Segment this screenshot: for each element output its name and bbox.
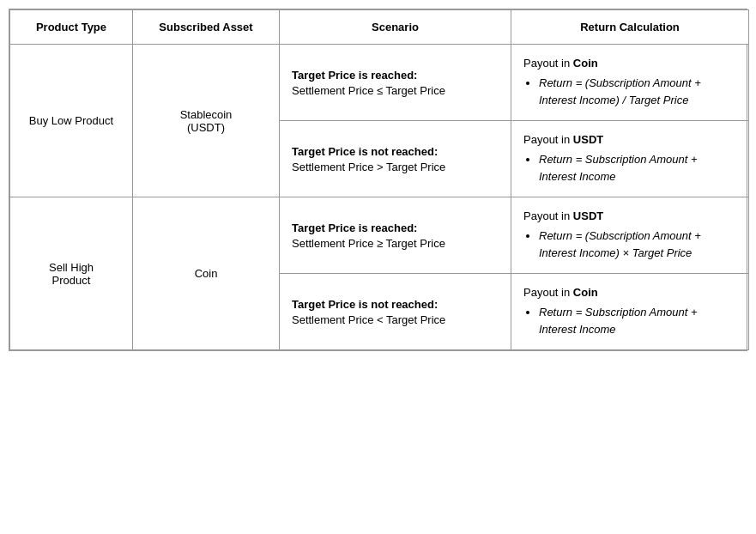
scenario-cell: Target Price is reached:Settlement Price… [280, 197, 511, 274]
return-formula-list: Return = Subscription Amount + Interest … [523, 304, 736, 337]
return-formula-item: Return = (Subscription Amount + Interest… [539, 75, 736, 108]
product-type-cell: Sell High Product [10, 197, 133, 350]
product-table: Product Type Subscribed Asset Scenario R… [9, 9, 747, 351]
payout-value: Coin [573, 57, 598, 70]
scenario-cell: Target Price is not reached:Settlement P… [280, 121, 511, 197]
scenario-cell: Target Price is reached:Settlement Price… [280, 45, 511, 121]
header-product-type: Product Type [10, 10, 133, 45]
header-return-calculation: Return Calculation [511, 10, 749, 45]
header-subscribed-asset: Subscribed Asset [133, 10, 280, 45]
return-formula-item: Return = (Subscription Amount + Interest… [539, 228, 736, 261]
scenario-label: Target Price is reached: [292, 69, 417, 82]
return-calculation-cell: Payout in USDTReturn = Subscription Amou… [511, 121, 749, 197]
subscribed-asset-cell: Stablecoin (USDT) [133, 45, 280, 197]
return-calculation-cell: Payout in CoinReturn = (Subscription Amo… [511, 45, 749, 121]
scenario-condition: Settlement Price ≤ Target Price [292, 84, 499, 97]
return-formula-list: Return = Subscription Amount + Interest … [523, 151, 736, 185]
payout-value: USDT [573, 133, 603, 146]
scenario-cell: Target Price is not reached:Settlement P… [280, 274, 511, 350]
scenario-label: Target Price is reached: [292, 221, 417, 234]
scenario-label: Target Price is not reached: [292, 145, 438, 158]
return-formula-list: Return = (Subscription Amount + Interest… [523, 228, 736, 261]
payout-label: Payout in USDT [523, 133, 736, 146]
payout-value: Coin [573, 286, 598, 299]
scenario-label: Target Price is not reached: [292, 298, 438, 311]
header-scenario: Scenario [280, 10, 511, 45]
table-row: Sell High ProductCoinTarget Price is rea… [10, 197, 749, 274]
return-formula-item: Return = Subscription Amount + Interest … [539, 151, 736, 185]
return-formula-list: Return = (Subscription Amount + Interest… [523, 75, 736, 108]
return-calculation-cell: Payout in USDTReturn = (Subscription Amo… [511, 197, 749, 274]
scenario-condition: Settlement Price > Target Price [292, 161, 499, 173]
payout-label: Payout in Coin [523, 57, 736, 70]
payout-label: Payout in Coin [523, 286, 736, 299]
payout-value: USDT [573, 209, 603, 222]
payout-label: Payout in USDT [523, 209, 736, 222]
return-calculation-cell: Payout in CoinReturn = Subscription Amou… [511, 274, 749, 350]
scenario-condition: Settlement Price < Target Price [292, 313, 499, 326]
header-row: Product Type Subscribed Asset Scenario R… [10, 10, 749, 45]
subscribed-asset-cell: Coin [133, 197, 280, 350]
scenario-condition: Settlement Price ≥ Target Price [292, 237, 499, 250]
table-row: Buy Low ProductStablecoin (USDT)Target P… [10, 45, 749, 121]
product-type-cell: Buy Low Product [10, 45, 133, 197]
return-formula-item: Return = Subscription Amount + Interest … [539, 304, 736, 337]
